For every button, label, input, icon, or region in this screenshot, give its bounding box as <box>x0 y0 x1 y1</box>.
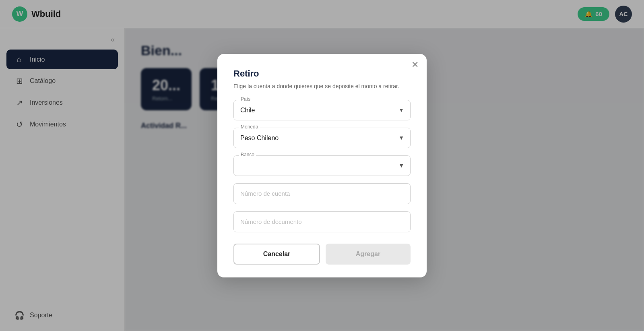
numero-documento-input[interactable] <box>233 211 411 232</box>
modal-close-button[interactable]: ✕ <box>411 60 419 69</box>
modal-overlay: ✕ Retiro Elige la cuenta a donde quieres… <box>0 0 644 331</box>
banco-field: Banco Banco de Chile Banco Santander BCI… <box>233 155 411 176</box>
banco-select[interactable]: Banco de Chile Banco Santander BCI Scoti… <box>233 155 411 176</box>
numero-cuenta-field <box>233 183 411 204</box>
modal-title: Retiro <box>233 68 411 79</box>
numero-cuenta-input[interactable] <box>233 183 411 204</box>
retiro-modal: ✕ Retiro Elige la cuenta a donde quieres… <box>217 54 427 277</box>
moneda-select[interactable]: Peso Chileno Dólar Euro <box>233 128 411 148</box>
moneda-field: Moneda Peso Chileno Dólar Euro ▼ <box>233 128 411 148</box>
numero-documento-field <box>233 211 411 232</box>
modal-subtitle: Elige la cuenta a donde quieres que se d… <box>233 83 411 89</box>
pais-field: País Chile Argentina Colombia México Per… <box>233 100 411 120</box>
pais-select[interactable]: Chile Argentina Colombia México Perú <box>233 100 411 120</box>
modal-actions: Cancelar Agregar <box>233 244 411 265</box>
cancel-button[interactable]: Cancelar <box>233 244 320 265</box>
add-button: Agregar <box>326 244 411 265</box>
